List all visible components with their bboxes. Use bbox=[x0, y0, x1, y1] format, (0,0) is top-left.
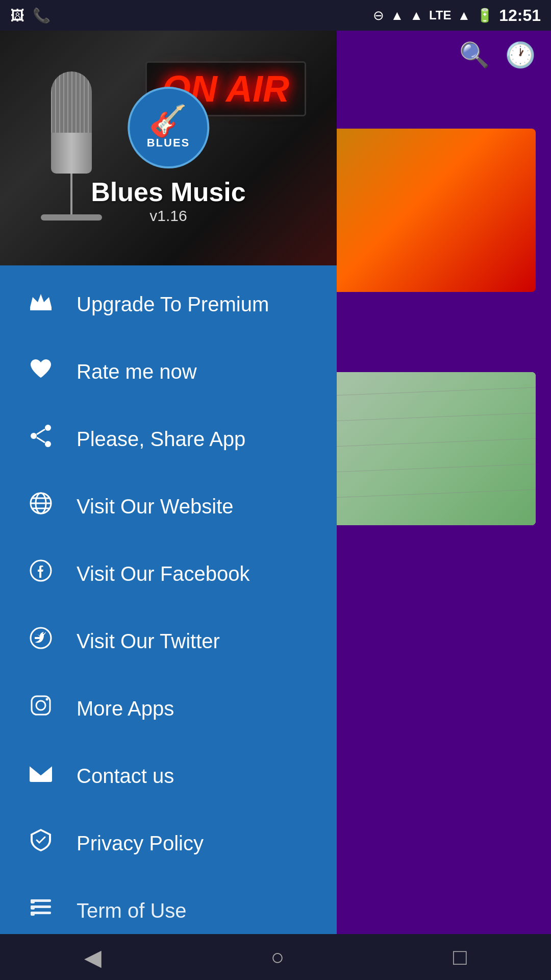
blues-logo: 🎸 BLUES Blues Music v1.16 bbox=[91, 87, 245, 225]
phone-icon: 📞 bbox=[33, 7, 51, 24]
share-icon bbox=[26, 423, 56, 455]
contact-label: Contact us bbox=[77, 765, 174, 788]
privacy-label: Privacy Policy bbox=[77, 832, 204, 855]
mail-icon bbox=[26, 760, 56, 792]
status-bar: 🖼 📞 ⊖ ▲ ▲ LTE ▲ 🔋 12:51 bbox=[0, 0, 551, 31]
menu-item-contact[interactable]: Contact us bbox=[0, 742, 337, 810]
website-label: Visit Our Website bbox=[77, 495, 234, 518]
search-icon[interactable]: 🔍 bbox=[459, 41, 490, 69]
app-title: Blues Music bbox=[91, 177, 245, 207]
battery-icon: 🔋 bbox=[477, 8, 493, 23]
rate-label: Rate me now bbox=[77, 360, 197, 383]
list-icon bbox=[26, 894, 56, 927]
upgrade-label: Upgrade To Premium bbox=[77, 293, 269, 316]
app-header-bg: ON AIR 🎸 BLUES Blues Music v1.16 bbox=[0, 31, 337, 265]
menu-item-website[interactable]: Visit Our Website bbox=[0, 473, 337, 540]
blues-circle: 🎸 BLUES bbox=[128, 87, 209, 168]
terms-label: Term of Use bbox=[77, 899, 187, 922]
svg-line-8 bbox=[37, 429, 45, 434]
signal-icon: ▲ bbox=[410, 8, 423, 23]
lte-label: LTE bbox=[429, 8, 452, 22]
more-apps-label: More Apps bbox=[77, 697, 174, 720]
svg-point-19 bbox=[46, 698, 48, 701]
svg-rect-25 bbox=[31, 899, 35, 903]
mic-body bbox=[51, 133, 92, 174]
svg-rect-27 bbox=[31, 912, 35, 916]
twitter-label: Visit Our Twitter bbox=[77, 630, 220, 653]
menu-items-list: Upgrade To Premium Rate me now bbox=[0, 265, 337, 934]
svg-point-6 bbox=[31, 433, 37, 439]
image-icon: 🖼 bbox=[10, 7, 24, 24]
svg-point-5 bbox=[45, 425, 51, 431]
heart-icon bbox=[26, 355, 56, 388]
status-time: 12:51 bbox=[499, 6, 541, 25]
mic-stand bbox=[70, 174, 72, 214]
facebook-icon bbox=[26, 557, 56, 590]
menu-item-twitter[interactable]: Visit Our Twitter bbox=[0, 607, 337, 675]
crown-icon bbox=[26, 288, 56, 321]
svg-point-7 bbox=[45, 441, 51, 447]
svg-point-18 bbox=[36, 701, 45, 710]
recent-button[interactable]: □ bbox=[453, 944, 467, 970]
globe-icon bbox=[26, 490, 56, 523]
menu-item-rate[interactable]: Rate me now bbox=[0, 338, 337, 405]
home-button[interactable]: ○ bbox=[270, 944, 284, 970]
app-version: v1.16 bbox=[91, 207, 245, 225]
signal2-icon: ▲ bbox=[457, 8, 470, 23]
app-header: ON AIR 🎸 BLUES Blues Music v1.16 bbox=[0, 31, 337, 265]
twitter-icon bbox=[26, 625, 56, 657]
mic-grille bbox=[51, 71, 92, 133]
side-drawer: ON AIR 🎸 BLUES Blues Music v1.16 Upgrade… bbox=[0, 31, 337, 934]
menu-item-facebook[interactable]: Visit Our Facebook bbox=[0, 540, 337, 607]
status-left-icons: 🖼 📞 bbox=[10, 7, 51, 24]
svg-rect-26 bbox=[31, 905, 35, 910]
facebook-label: Visit Our Facebook bbox=[77, 562, 249, 585]
menu-item-share[interactable]: Please, Share App bbox=[0, 405, 337, 473]
shield-icon bbox=[26, 827, 56, 860]
nav-bar: ◀ ○ □ bbox=[0, 934, 551, 980]
menu-item-upgrade[interactable]: Upgrade To Premium bbox=[0, 271, 337, 338]
status-right-icons: ⊖ ▲ ▲ LTE ▲ 🔋 12:51 bbox=[373, 6, 541, 25]
back-button[interactable]: ◀ bbox=[84, 944, 102, 970]
wifi-icon: ▲ bbox=[390, 8, 404, 23]
menu-item-more-apps[interactable]: More Apps bbox=[0, 675, 337, 742]
share-label: Please, Share App bbox=[77, 428, 245, 451]
history-icon[interactable]: 🕐 bbox=[505, 41, 536, 69]
mute-icon: ⊖ bbox=[373, 8, 384, 23]
blues-text: BLUES bbox=[147, 136, 190, 150]
menu-item-terms[interactable]: Term of Use bbox=[0, 877, 337, 934]
guitar-icon: 🎸 bbox=[149, 106, 187, 136]
menu-item-privacy[interactable]: Privacy Policy bbox=[0, 810, 337, 877]
svg-line-9 bbox=[37, 437, 45, 443]
instagram-icon bbox=[26, 692, 56, 725]
